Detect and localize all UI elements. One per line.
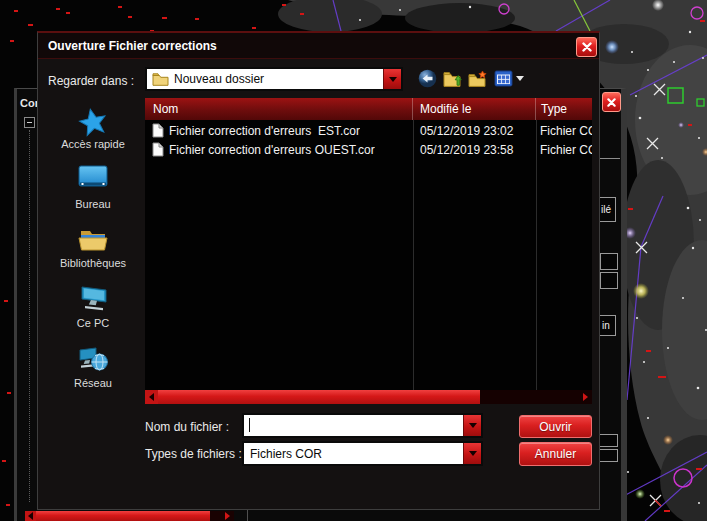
filetype-combobox[interactable]: Fichiers COR: [242, 441, 483, 466]
file-row-est[interactable]: Fichier correction d'erreurs EST.cor 05/…: [145, 122, 592, 141]
file-name: Fichier correction d'erreurs EST.cor: [169, 124, 360, 138]
scrollbar-thumb[interactable]: [158, 390, 480, 404]
open-button[interactable]: Ouvrir: [519, 415, 592, 438]
filename-label: Nom du fichier :: [145, 420, 229, 434]
look-in-dropdown-button[interactable]: [383, 69, 401, 89]
cancel-button[interactable]: Annuler: [519, 442, 592, 466]
view-menu-icon[interactable]: [493, 69, 513, 88]
file-name: Fichier correction d'erreurs OUEST.cor: [169, 143, 375, 157]
look-in-value: Nouveau dossier: [174, 69, 264, 89]
new-folder-icon[interactable]: [468, 69, 488, 88]
clipped-field: [598, 434, 618, 447]
look-in-combobox[interactable]: Nouveau dossier: [145, 67, 403, 91]
clipped-field: [600, 272, 618, 289]
tree-guide-line: [29, 130, 30, 502]
file-icon: [152, 123, 164, 141]
sidebar-item-network[interactable]: [46, 343, 140, 375]
file-type: Fichier CO: [540, 143, 592, 157]
file-type: Fichier CO: [540, 124, 592, 138]
filetype-value: Fichiers COR: [250, 443, 322, 464]
clipped-field: [600, 253, 618, 270]
open-file-dialog: Ouverture Fichier corrections Regarder d…: [37, 31, 600, 510]
column-divider: [536, 120, 537, 390]
sidebar-label-desktop[interactable]: Bureau: [46, 198, 140, 210]
look-in-label: Regarder dans :: [48, 74, 134, 88]
folder-icon: [152, 72, 169, 90]
dialog-titlebar[interactable]: Ouverture Fichier corrections: [38, 33, 599, 59]
text-cursor: [249, 418, 250, 432]
libraries-folder-icon: [46, 223, 140, 255]
dialog-title: Ouverture Fichier corrections: [48, 33, 217, 59]
view-menu-dropdown-arrow-icon[interactable]: [516, 76, 524, 81]
scroll-left-arrow-icon[interactable]: [145, 390, 158, 404]
filename-dropdown-button[interactable]: [463, 415, 481, 436]
file-modified: 05/12/2019 23:02: [420, 124, 513, 138]
file-modified: 05/12/2019 23:58: [420, 143, 513, 157]
sidebar-item-desktop[interactable]: [46, 161, 140, 193]
scroll-left-arrow-icon[interactable]: [25, 511, 36, 521]
file-list-horizontal-scrollbar[interactable]: [145, 390, 592, 404]
this-pc-icon: [46, 283, 140, 315]
scrollbar-thumb[interactable]: [36, 511, 210, 521]
column-header-modified[interactable]: Modifié le: [413, 98, 536, 120]
sidebar-item-this-pc[interactable]: [46, 283, 140, 315]
sidebar-label-quick-access[interactable]: Accès rapide: [46, 138, 140, 150]
background-window-close-button[interactable]: [602, 92, 621, 112]
file-row-ouest[interactable]: Fichier correction d'erreurs OUEST.cor 0…: [145, 141, 592, 160]
dialog-close-button[interactable]: [576, 37, 597, 57]
divider: [598, 158, 620, 159]
filetype-dropdown-button[interactable]: [463, 443, 481, 464]
sidebar-label-libraries[interactable]: Bibliothèques: [46, 257, 140, 269]
desktop-icon: [46, 161, 140, 193]
up-one-level-icon[interactable]: [443, 69, 463, 88]
column-header-name[interactable]: Nom: [145, 98, 413, 120]
sidebar-item-libraries[interactable]: [46, 223, 140, 255]
clipped-field: [598, 449, 618, 462]
column-divider: [413, 120, 414, 390]
collapse-box-icon[interactable]: [24, 117, 35, 128]
file-list: Nom Modifié le Type Fichier correction d…: [145, 98, 592, 404]
scroll-right-arrow-icon[interactable]: [221, 511, 234, 521]
screen: Con ilé in Ouverture Fichier corrections…: [0, 0, 707, 521]
sidebar-item-quick-access[interactable]: [46, 106, 140, 138]
sidebar-label-network[interactable]: Réseau: [46, 377, 140, 389]
column-header-type[interactable]: Type: [536, 98, 592, 120]
quick-access-star-icon: [46, 106, 140, 138]
file-list-body: Fichier correction d'erreurs EST.cor 05/…: [145, 120, 592, 390]
network-icon: [46, 343, 140, 375]
filename-input[interactable]: [242, 413, 483, 438]
file-list-header: Nom Modifié le Type: [145, 98, 592, 120]
filetype-label: Types de fichiers :: [145, 447, 242, 461]
background-horizontal-scrollbar[interactable]: [25, 511, 234, 521]
close-icon: [607, 98, 616, 107]
close-icon: [582, 42, 592, 52]
file-icon: [152, 142, 164, 160]
back-icon[interactable]: [417, 69, 437, 88]
scroll-right-arrow-icon[interactable]: [579, 390, 592, 404]
sidebar-label-this-pc[interactable]: Ce PC: [46, 317, 140, 329]
